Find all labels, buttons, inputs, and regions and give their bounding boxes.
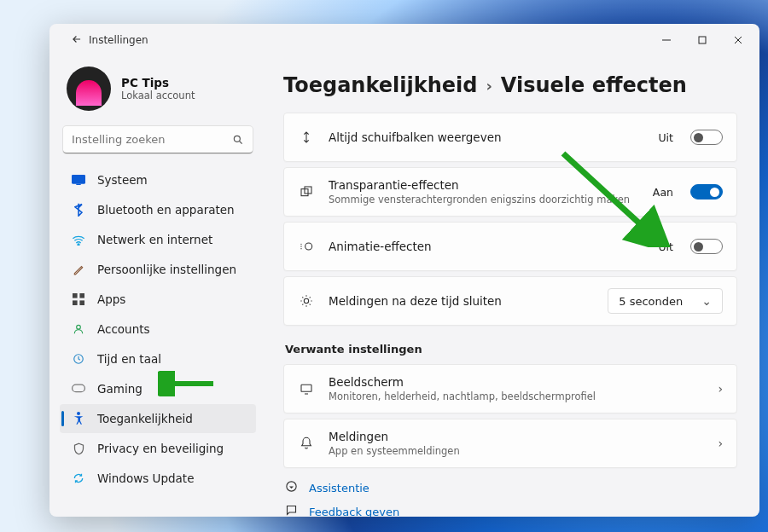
dismiss-value: 5 seconden (619, 295, 683, 308)
sidebar-item-network[interactable]: Netwerk en internet (60, 225, 256, 254)
scrollbars-state: Uit (658, 131, 673, 144)
chevron-down-icon: ⌄ (701, 294, 712, 308)
dismiss-label: Meldingen na deze tijd sluiten (329, 294, 594, 308)
feedback-link[interactable]: Feedback geven (285, 504, 737, 517)
row-animation[interactable]: Animatie-effecten Uit (283, 222, 737, 271)
sidebar-item-system[interactable]: Systeem (60, 165, 256, 194)
transparency-state: Aan (653, 186, 673, 199)
transparency-icon (298, 185, 315, 199)
sidebar-item-label: Gaming (97, 382, 143, 396)
row-transparency[interactable]: Transparantie-effecten Sommige vensterac… (283, 167, 737, 217)
animation-icon (298, 240, 315, 253)
display-icon (298, 382, 315, 396)
update-icon (72, 471, 85, 485)
profile-sub: Lokaal account (121, 90, 195, 101)
sidebar-item-access[interactable]: Toegankelijkheid (60, 404, 256, 433)
svg-rect-5 (73, 293, 78, 298)
titlebar: Instellingen (49, 24, 759, 56)
maximize-button[interactable] (684, 27, 720, 53)
search-input[interactable] (63, 126, 253, 153)
sidebar-item-label: Toegankelijkheid (97, 412, 193, 425)
main-content: Toegankelijkheid › Visuele effecten Alti… (263, 56, 759, 517)
avatar (67, 66, 111, 111)
breadcrumb-parent[interactable]: Toegankelijkheid (283, 73, 477, 97)
animation-toggle[interactable] (690, 239, 723, 254)
transparency-label: Transparantie-effecten (329, 178, 639, 192)
sidebar-item-label: Apps (97, 292, 125, 306)
brightness-timer-icon (298, 294, 315, 308)
sidebar-item-label: Systeem (97, 173, 148, 187)
sidebar-item-label: Persoonlijke instellingen (97, 263, 236, 276)
sidebar-item-label: Accounts (97, 322, 150, 336)
minimize-button[interactable] (649, 27, 684, 53)
apps-icon (72, 292, 85, 306)
sidebar-item-label: Bluetooth en apparaten (97, 203, 235, 217)
display-label: Beeldscherm (329, 375, 704, 389)
sidebar: PC Tips Lokaal account SysteemBluetooth … (49, 56, 263, 517)
sidebar-item-personal[interactable]: Persoonlijke instellingen (60, 255, 256, 284)
svg-rect-11 (73, 385, 85, 392)
back-button[interactable] (63, 32, 90, 49)
chevron-right-icon: › (718, 382, 723, 396)
svg-point-4 (78, 244, 79, 246)
network-icon (72, 233, 85, 246)
svg-rect-7 (73, 300, 78, 305)
scrollbars-icon (298, 130, 315, 144)
svg-point-9 (77, 325, 81, 329)
notif-label: Meldingen (329, 430, 704, 443)
svg-rect-3 (76, 184, 80, 185)
row-notifications-link[interactable]: Meldingen App en systeemmeldingen › (283, 419, 737, 468)
transparency-sub: Sommige vensterachtergronden enigszins d… (329, 194, 639, 205)
svg-rect-17 (301, 385, 311, 391)
animation-label: Animatie-effecten (329, 240, 644, 253)
sidebar-item-label: Windows Update (97, 471, 194, 485)
help-icon (285, 480, 299, 495)
profile-name: PC Tips (121, 76, 195, 90)
gaming-icon (72, 382, 85, 396)
breadcrumb: Toegankelijkheid › Visuele effecten (283, 73, 737, 97)
access-icon (72, 412, 85, 425)
svg-rect-8 (79, 300, 84, 305)
profile-block[interactable]: PC Tips Lokaal account (60, 61, 256, 126)
chevron-right-icon: › (718, 437, 723, 450)
sidebar-item-gaming[interactable]: Gaming (60, 374, 256, 403)
animation-state: Uit (658, 240, 673, 253)
sidebar-item-privacy[interactable]: Privacy en beveiliging (60, 434, 256, 463)
sidebar-item-label: Tijd en taal (97, 352, 161, 366)
breadcrumb-current: Visuele effecten (501, 73, 687, 97)
sidebar-item-bluetooth[interactable]: Bluetooth en apparaten (60, 195, 256, 224)
sidebar-nav: SysteemBluetooth en apparatenNetwerk en … (60, 165, 256, 493)
feedback-label: Feedback geven (309, 506, 399, 518)
sidebar-item-update[interactable]: Windows Update (60, 464, 256, 493)
assist-link[interactable]: Assistentie (285, 480, 737, 495)
scrollbars-toggle[interactable] (690, 130, 723, 145)
transparency-toggle[interactable] (690, 184, 723, 200)
window-title: Instellingen (89, 34, 148, 46)
svg-point-15 (305, 243, 312, 250)
svg-point-12 (77, 412, 80, 415)
sidebar-item-label: Privacy en beveiliging (97, 442, 224, 455)
dismiss-select[interactable]: 5 seconden ⌄ (608, 288, 723, 314)
system-icon (72, 173, 85, 187)
svg-rect-0 (699, 37, 706, 43)
bell-icon (298, 437, 315, 450)
window-controls (649, 27, 756, 53)
svg-point-16 (304, 298, 308, 303)
svg-rect-6 (79, 293, 84, 298)
search-wrapper (63, 126, 253, 153)
sidebar-item-time[interactable]: Tijd en taal (60, 344, 256, 373)
sidebar-item-accounts[interactable]: Accounts (60, 315, 256, 344)
time-icon (72, 352, 85, 366)
personal-icon (72, 263, 85, 276)
row-display-link[interactable]: Beeldscherm Monitoren, helderheid, nacht… (283, 364, 737, 413)
help-links: Assistentie Feedback geven (283, 480, 737, 517)
privacy-icon (72, 442, 85, 455)
accounts-icon (72, 322, 85, 336)
svg-rect-2 (72, 175, 85, 184)
sidebar-item-apps[interactable]: Apps (60, 285, 256, 314)
chevron-right-icon: › (486, 77, 492, 95)
row-scrollbars[interactable]: Altijd schuifbalken weergeven Uit (283, 113, 737, 162)
close-button[interactable] (720, 27, 756, 53)
display-sub: Monitoren, helderheid, nachtlamp, beelds… (329, 390, 704, 402)
settings-window: Instellingen PC Tips Lokaal account Sy (49, 24, 759, 517)
